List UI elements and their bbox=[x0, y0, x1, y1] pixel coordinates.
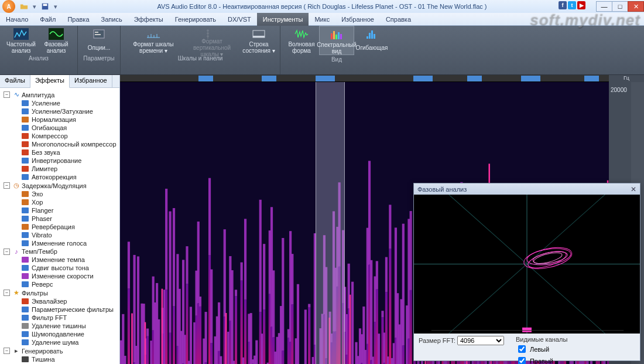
tree-item[interactable]: Реверберация bbox=[1, 223, 118, 231]
channel-left-checkbox[interactable]: Левый bbox=[516, 343, 567, 355]
sidebar-tabs: ФайлыЭффектыИзбранное bbox=[0, 75, 119, 88]
tree-item[interactable]: Сдвиг высоты тона bbox=[1, 264, 118, 272]
tree-item[interactable]: Изменение скорости bbox=[1, 272, 118, 280]
tree-item[interactable]: Flanger bbox=[1, 206, 118, 215]
overview-track[interactable] bbox=[120, 75, 609, 82]
tree-item[interactable]: Изменение темпа bbox=[1, 256, 118, 264]
open-icon[interactable] bbox=[20, 2, 28, 11]
selection-region[interactable] bbox=[316, 82, 345, 364]
menu-item[interactable]: Микс bbox=[309, 13, 335, 26]
ribbon-caption-view: Вид bbox=[331, 55, 342, 64]
menu-item[interactable]: Файл bbox=[34, 13, 61, 26]
svg-rect-53 bbox=[22, 339, 29, 345]
menu-item[interactable]: Правка bbox=[61, 13, 95, 26]
sidebar-tab[interactable]: Файлы bbox=[0, 75, 30, 87]
tree-item[interactable]: Инвертирование bbox=[1, 157, 118, 165]
effect-icon bbox=[21, 298, 29, 305]
tree-item[interactable]: Огибающая bbox=[1, 124, 118, 132]
menu-item[interactable]: Избранное bbox=[335, 13, 380, 26]
effect-icon bbox=[21, 116, 29, 123]
tree-item[interactable]: Vibrato bbox=[1, 231, 118, 239]
tree-group-header[interactable]: −∿Амплитуда bbox=[1, 90, 118, 99]
svg-rect-40 bbox=[22, 216, 29, 222]
svg-rect-328 bbox=[368, 161, 371, 264]
tree-group-header[interactable]: −◷Задержка/Модуляция bbox=[1, 181, 118, 190]
tree-item[interactable]: Phaser bbox=[1, 215, 118, 223]
menu-item[interactable]: Справка bbox=[380, 13, 417, 26]
svg-rect-143 bbox=[199, 307, 201, 364]
menu-item[interactable]: DX/VST bbox=[222, 13, 257, 26]
tree-item[interactable]: Параметрические фильтры bbox=[1, 305, 118, 314]
options-button[interactable]: Опции... bbox=[81, 26, 117, 54]
spectral-view-button[interactable]: Спектральный вид bbox=[319, 26, 354, 55]
tree-item[interactable]: Компрессор bbox=[1, 132, 118, 140]
sidebar-tab[interactable]: Избранное bbox=[70, 75, 112, 87]
phase-close-icon[interactable]: ✕ bbox=[631, 185, 636, 193]
svg-rect-54 bbox=[22, 356, 29, 362]
tree-item[interactable]: Нормализация bbox=[1, 115, 118, 124]
maximize-button[interactable]: □ bbox=[612, 1, 628, 12]
qat-dropdown2-icon[interactable]: ▾ bbox=[54, 3, 57, 11]
svg-rect-31 bbox=[22, 133, 29, 139]
menu-item[interactable]: Инструменты bbox=[257, 13, 309, 26]
channel-right-checkbox[interactable]: Правый bbox=[516, 355, 567, 364]
tree-item[interactable]: Реверс bbox=[1, 280, 118, 288]
tree-item[interactable]: Без звука bbox=[1, 148, 118, 157]
menu-item[interactable]: Запись bbox=[95, 13, 128, 26]
tree-item[interactable]: Изменение голоса bbox=[1, 239, 118, 247]
tree-toggle-icon[interactable]: − bbox=[4, 91, 10, 98]
tree-item[interactable]: Эквалайзер bbox=[1, 297, 118, 305]
title-bar: A ▾ ▾ AVS Audio Editor 8.0 - Неактивиров… bbox=[0, 0, 644, 13]
minimize-button[interactable]: — bbox=[596, 1, 612, 12]
vert-scale-format-button[interactable]: Формат вертикальной шкалы ▾ bbox=[183, 26, 241, 54]
qat-dropdown-icon[interactable]: ▾ bbox=[33, 3, 36, 11]
effect-icon bbox=[21, 356, 29, 363]
menu-item[interactable]: Генерировать bbox=[169, 13, 222, 26]
tree-item[interactable]: Шумоподавление bbox=[1, 330, 118, 338]
status-bar-button[interactable]: Строка состояния ▾ bbox=[241, 26, 276, 54]
effect-icon bbox=[21, 223, 29, 230]
facebook-icon[interactable]: f bbox=[559, 1, 567, 9]
tree-toggle-icon[interactable]: − bbox=[4, 348, 10, 354]
tree-item[interactable]: Хор bbox=[1, 198, 118, 206]
tree-item[interactable]: Фильтр FFT bbox=[1, 314, 118, 322]
svg-rect-310 bbox=[351, 282, 354, 364]
time-scale-format-button[interactable]: Формат шкалы времени ▾ bbox=[124, 26, 183, 54]
tree-group-header[interactable]: −★Фильтры bbox=[1, 288, 118, 297]
svg-rect-190 bbox=[241, 263, 243, 281]
tree-item[interactable]: Многополосный компрессор bbox=[1, 140, 118, 148]
tree-item[interactable]: Автокоррекция bbox=[1, 173, 118, 181]
tree-group-header[interactable]: −▸Генерировать bbox=[1, 346, 118, 355]
tree-item[interactable]: Усиление/Затухание bbox=[1, 107, 118, 115]
menu-item[interactable]: Начало bbox=[0, 13, 34, 26]
menu-item[interactable]: Эффекты bbox=[128, 13, 169, 26]
svg-rect-349 bbox=[389, 249, 391, 364]
tree-item[interactable]: Тишина bbox=[1, 355, 118, 363]
svg-rect-166 bbox=[220, 356, 222, 364]
fft-size-select[interactable]: 4096 bbox=[457, 336, 504, 345]
tree-item[interactable]: Удаление шума bbox=[1, 338, 118, 346]
phase-panel-header[interactable]: Фазовый анализ ✕ bbox=[414, 183, 640, 195]
tree-item[interactable]: Усиление bbox=[1, 99, 118, 107]
envelope-view-button[interactable]: Огибающая bbox=[354, 26, 389, 55]
tree-toggle-icon[interactable]: − bbox=[4, 249, 10, 255]
tree-toggle-icon[interactable]: − bbox=[4, 182, 10, 189]
youtube-icon[interactable]: ▶ bbox=[577, 1, 585, 9]
close-button[interactable]: ✕ bbox=[628, 1, 644, 12]
effect-icon bbox=[21, 314, 29, 321]
svg-rect-262 bbox=[308, 304, 310, 308]
tree-item[interactable]: Эхо bbox=[1, 190, 118, 198]
options-icon bbox=[91, 28, 107, 40]
tree-group-header[interactable]: −♪Темп/Тембр bbox=[1, 247, 118, 256]
sidebar-tab[interactable]: Эффекты bbox=[30, 75, 70, 88]
tree-toggle-icon[interactable]: − bbox=[4, 290, 10, 296]
tree-item[interactable]: Лимитер bbox=[1, 165, 118, 173]
save-icon[interactable] bbox=[41, 2, 49, 11]
twitter-icon[interactable]: t bbox=[568, 1, 576, 9]
phase-analysis-button[interactable]: Фазовый анализ bbox=[39, 26, 74, 54]
svg-rect-23 bbox=[366, 36, 368, 39]
waveform-view-button[interactable]: Волновая форма bbox=[284, 26, 319, 55]
freq-analysis-button[interactable]: Частотный анализ bbox=[4, 26, 39, 54]
tree-item[interactable]: Удаление тишины bbox=[1, 322, 118, 330]
svg-rect-50 bbox=[22, 315, 29, 321]
